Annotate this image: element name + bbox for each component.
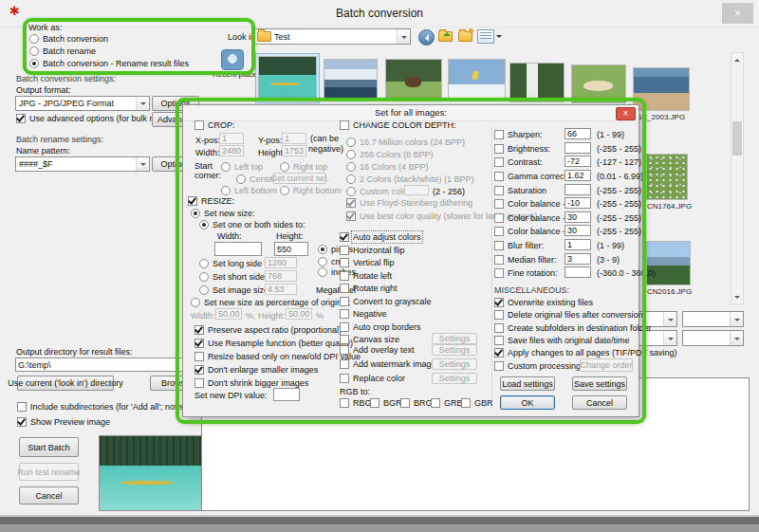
checkbox-add-watermark[interactable]: Add watermark image	[340, 359, 436, 369]
run-test-rename-button[interactable]: Run test rename	[19, 463, 79, 481]
brightness-input[interactable]	[565, 142, 591, 154]
dialog-close-button[interactable]: ×	[616, 107, 636, 120]
thumbnail-waterfall[interactable]	[509, 63, 565, 102]
checkbox-overwrite-existing[interactable]: Overwrite existing files	[494, 298, 593, 307]
checkbox-crop[interactable]: CROP:	[194, 120, 235, 130]
output-dir-input[interactable]: G:\temp\	[15, 358, 188, 372]
checkbox-auto-crop-borders[interactable]: Auto crop borders	[340, 322, 421, 332]
file-sort-combobox[interactable]	[682, 311, 744, 327]
chevron-down-icon[interactable]	[136, 97, 149, 110]
checkbox-gbr[interactable]: GBR	[461, 398, 493, 408]
checkbox-convert-grayscale[interactable]: Convert to grayscale	[340, 297, 432, 306]
chevron-down-icon[interactable]	[730, 331, 743, 345]
checkbox-floyd-steinberg[interactable]: Use Floyd-Steinberg dithering	[346, 198, 472, 208]
scroll-up-icon[interactable]	[731, 53, 743, 66]
checkbox-negative[interactable]: Negative	[340, 309, 387, 319]
resize-height-input[interactable]: 550	[274, 242, 308, 256]
checkbox-saturation[interactable]: Saturation	[494, 186, 546, 195]
recent-places-icon[interactable]	[221, 49, 244, 70]
chevron-down-icon[interactable]	[663, 331, 676, 345]
radio-batch-conversion-rename[interactable]: Batch conversion - Rename result files	[29, 59, 189, 68]
checkbox-auto-adjust-colors[interactable]: Auto adjust colors	[340, 232, 421, 242]
file-filter-combobox[interactable]	[682, 330, 744, 346]
custom-colors-input[interactable]	[404, 185, 429, 195]
back-button-icon[interactable]	[418, 29, 435, 46]
checkbox-grb[interactable]: GRB	[431, 398, 463, 408]
checkbox-dpi-resize[interactable]: Resize based only on new/old DPI value	[194, 352, 361, 361]
radio-left-top[interactable]: Left top	[221, 162, 263, 172]
short-side-input[interactable]: 768	[265, 270, 297, 282]
long-side-input[interactable]: 1280	[265, 257, 297, 268]
watermark-settings-button[interactable]: Settings	[432, 358, 477, 370]
thumbnail-dog[interactable]	[571, 64, 626, 103]
checkbox-median-filter[interactable]: Median filter:	[494, 255, 557, 265]
pct-width-input[interactable]: 50.00	[215, 308, 242, 320]
radio-8bpp[interactable]: 256 Colors (8 BPP)	[346, 150, 434, 159]
up-one-level-button[interactable]	[438, 31, 453, 42]
radio-batch-rename[interactable]: Batch rename	[29, 46, 96, 56]
radio-long-side[interactable]: Set long side to:	[199, 259, 274, 268]
output-format-combobox[interactable]: JPG - JPG/JPEG Format	[15, 96, 150, 111]
ypos-input[interactable]: 1	[282, 133, 306, 144]
sharpen-input[interactable]: 66	[565, 128, 591, 139]
radio-24bpp[interactable]: 16.7 Million colors (24 BPP)	[346, 138, 465, 147]
radio-1bpp[interactable]: 2 Colors (black/white) (1 BPP)	[346, 174, 474, 184]
thumbnail-canoe[interactable]	[258, 56, 317, 101]
use-current-directory-button[interactable]: Use current ('look in') directory	[17, 376, 114, 391]
checkbox-sharpen[interactable]: Sharpen:	[494, 130, 543, 139]
checkbox-no-enlarge[interactable]: Don't enlarge smaller images	[194, 365, 318, 375]
checkbox-contrast[interactable]: Contrast:	[494, 157, 543, 167]
checkbox-add-overlay-text[interactable]: Add overlay text	[340, 345, 415, 355]
cancel-button[interactable]: Cancel	[19, 486, 79, 504]
checkbox-brg[interactable]: BRG	[400, 398, 433, 408]
checkbox-vertical-flip[interactable]: Vertical flip	[340, 258, 395, 267]
window-close-button[interactable]: ×	[722, 3, 753, 24]
dialog-cancel-button[interactable]: Cancel	[572, 395, 627, 410]
thumbnail-skier[interactable]	[448, 59, 506, 101]
get-current-selection-button[interactable]: Get current sel.	[273, 173, 326, 184]
color-balance-r-input[interactable]: -10	[565, 197, 591, 209]
checkbox-show-preview[interactable]: Show Preview image	[17, 417, 110, 427]
thumbnail-beach[interactable]	[633, 67, 690, 111]
gamma-input[interactable]: 1.62	[565, 170, 591, 181]
look-in-combobox[interactable]: Test	[253, 28, 411, 45]
checkbox-brightness[interactable]: Brightness:	[494, 144, 550, 154]
scroll-down-icon[interactable]	[731, 290, 743, 303]
blur-filter-input[interactable]: 1	[565, 239, 591, 250]
checkbox-delete-original[interactable]: Delete original files after conversion	[494, 310, 643, 320]
checkbox-bgr[interactable]: BGR	[370, 398, 402, 408]
thumbnail-flowers[interactable]	[646, 154, 688, 200]
dpi-input[interactable]	[273, 388, 300, 401]
scrollbar-thumb[interactable]	[732, 121, 742, 156]
ok-button[interactable]: OK	[500, 395, 555, 410]
checkbox-rbg[interactable]: RBG	[340, 398, 372, 408]
xpos-input[interactable]: 1	[219, 133, 244, 144]
contrast-input[interactable]: -72	[565, 156, 591, 167]
checkbox-resize[interactable]: RESIZE:	[188, 196, 234, 206]
start-batch-button[interactable]: Start Batch	[19, 437, 79, 457]
checkbox-blur-filter[interactable]: Blur filter:	[494, 241, 544, 250]
radio-center[interactable]: Center	[236, 174, 275, 184]
checkbox-canvas-size[interactable]: Canvas size	[340, 335, 399, 344]
checkbox-apply-all-pages[interactable]: Apply changes to all pages (TIF/PDF savi…	[494, 348, 677, 358]
radio-percentage[interactable]: Set new size as percentage of original:	[191, 298, 351, 307]
chevron-down-icon[interactable]	[397, 29, 410, 44]
checkbox-original-date[interactable]: Save files with original date/time	[494, 336, 630, 345]
fine-rotation-input[interactable]	[565, 266, 591, 278]
radio-batch-conversion[interactable]: Batch conversion	[29, 34, 108, 44]
radio-4bpp[interactable]: 16 Colors (4 BPP)	[346, 162, 429, 172]
crop-height-input[interactable]: 1753	[282, 145, 306, 156]
radio-right-bottom[interactable]: Right bottom	[280, 186, 342, 195]
radio-set-new-size[interactable]: Set new size:	[191, 209, 255, 218]
checkbox-create-subfolders[interactable]: Create subfolders in destination folder	[494, 323, 652, 333]
radio-left-bottom[interactable]: Left bottom	[221, 186, 277, 195]
crop-width-input[interactable]: 2480	[219, 145, 244, 156]
checkbox-horizontal-flip[interactable]: Horizontal flip	[340, 246, 405, 255]
resize-width-input[interactable]	[214, 242, 262, 256]
new-folder-button[interactable]	[458, 31, 472, 42]
pct-height-input[interactable]: 50.00	[286, 308, 312, 320]
checkbox-fine-rotation[interactable]: Fine rotation:	[494, 268, 558, 278]
thumbnail-moose[interactable]	[385, 59, 442, 101]
checkbox-rotate-right[interactable]: Rotate right	[340, 284, 398, 293]
checkbox-resample[interactable]: Use Resample function (better quality)	[194, 339, 353, 348]
